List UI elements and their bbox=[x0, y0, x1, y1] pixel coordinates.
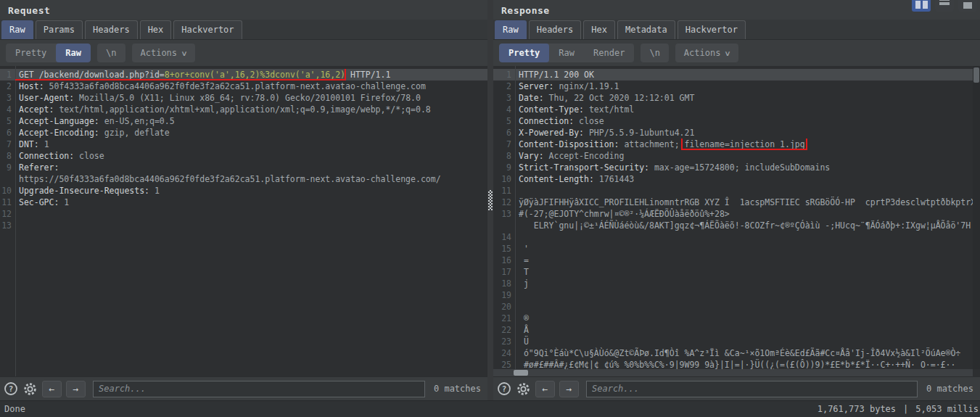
svg-text:?: ? bbox=[502, 384, 507, 394]
code-line[interactable]: 9Referer: bbox=[0, 162, 487, 173]
rows-layout-button[interactable] bbox=[935, 0, 954, 12]
code-line[interactable]: 5Connection: close bbox=[493, 115, 980, 127]
line-text: Date: Thu, 22 Oct 2020 12:12:01 GMT bbox=[515, 92, 980, 104]
panel-splitter[interactable] bbox=[487, 0, 493, 400]
search-input[interactable] bbox=[93, 381, 425, 397]
code-line[interactable]: 16 = bbox=[493, 255, 980, 266]
line-text bbox=[15, 208, 487, 220]
horizontal-scrollbar[interactable] bbox=[493, 369, 973, 376]
line-text bbox=[15, 220, 487, 231]
tab-params[interactable]: Params bbox=[36, 20, 83, 39]
actions-menu-button[interactable]: Actions ∨ bbox=[675, 44, 739, 62]
next-match-button[interactable]: → bbox=[559, 381, 579, 397]
splitter-drag-handle-icon[interactable] bbox=[488, 190, 493, 210]
line-text bbox=[515, 231, 980, 243]
code-line[interactable]: 2Server: nginx/1.19.1 bbox=[493, 80, 980, 92]
code-line[interactable]: 18 j bbox=[493, 278, 980, 289]
tab-hackvertor[interactable]: Hackvertor bbox=[173, 20, 242, 39]
code-line[interactable]: 7DNT: 1 bbox=[0, 139, 487, 150]
settings-gear-icon[interactable] bbox=[22, 381, 38, 397]
actions-label: Actions bbox=[684, 48, 721, 58]
request-code-lines: 1GET /backend/download.php?id=8+or+conv(… bbox=[0, 66, 487, 231]
code-line[interactable]: 12 bbox=[0, 208, 487, 220]
newline-toggle-button[interactable]: \n bbox=[641, 44, 668, 62]
code-line[interactable]: 17 T bbox=[493, 266, 980, 278]
response-time: 5,053 millis bbox=[915, 404, 979, 414]
code-line[interactable]: 13 bbox=[0, 220, 487, 231]
code-line[interactable]: 9Strict-Transport-Security: max-age=1572… bbox=[493, 162, 980, 173]
code-line[interactable]: 1HTTP/1.1 200 OK bbox=[493, 69, 980, 80]
newline-toggle-button[interactable]: \n bbox=[97, 44, 125, 62]
search-input[interactable] bbox=[586, 381, 918, 397]
code-line[interactable]: 21 ® bbox=[493, 313, 980, 324]
code-line[interactable]: 19 bbox=[493, 289, 980, 301]
view-render-button[interactable]: Render bbox=[584, 44, 634, 62]
code-line[interactable]: 3Date: Thu, 22 Oct 2020 12:12:01 GMT bbox=[493, 92, 980, 104]
code-line[interactable]: 13#(-27;@EJOTY^chmrw|¤©®²·¼ÁÆËÐÕÛàåëðöû%… bbox=[493, 208, 980, 220]
code-line[interactable]: 7Content-Disposition: attachment; filena… bbox=[493, 139, 980, 150]
horizontal-scrollbar-thumb[interactable] bbox=[514, 370, 528, 376]
tab-headers[interactable]: Headers bbox=[529, 20, 582, 39]
code-line[interactable]: 5Accept-Language: en-US,en;q=0.5 bbox=[0, 115, 487, 127]
line-number: 19 bbox=[493, 289, 515, 301]
code-line[interactable]: 1GET /backend/download.php?id=8+or+conv(… bbox=[0, 69, 487, 80]
code-line[interactable]: 4Content-Type: text/html bbox=[493, 104, 980, 115]
line-number: 10 bbox=[493, 173, 515, 185]
code-line[interactable]: 22 Å bbox=[493, 324, 980, 336]
line-number: 1 bbox=[0, 69, 15, 80]
code-line[interactable]: 11 bbox=[493, 185, 980, 197]
line-text: ÿØÿàJFIFHHÿâXICC_PROFILEHLinomntrRGB XYZ… bbox=[515, 197, 980, 208]
tab-metadata[interactable]: Metadata bbox=[617, 20, 675, 39]
code-line[interactable]: https://50f4333a6fa0d8bca4406a962f0fde3f… bbox=[0, 173, 487, 185]
code-line[interactable]: 14 bbox=[493, 231, 980, 243]
line-text: ELRY`gnu|¡©±¹ÁÉÑÙáéòù&/8AKT]gqz¢¬¶ÁËÕàëõ… bbox=[515, 220, 980, 231]
main-split-view: Request RawParamsHeadersHexHackvertor Pr… bbox=[0, 0, 980, 400]
vertical-scrollbar-thumb[interactable] bbox=[973, 67, 979, 83]
svg-text:?: ? bbox=[9, 384, 14, 394]
code-line[interactable]: 3User-Agent: Mozilla/5.0 (X11; Linux x86… bbox=[0, 92, 487, 104]
code-line[interactable]: 20 bbox=[493, 301, 980, 313]
tab-hex[interactable]: Hex bbox=[583, 20, 615, 39]
line-number: 6 bbox=[0, 127, 15, 139]
actions-menu-button[interactable]: Actions ∨ bbox=[132, 44, 196, 62]
help-icon[interactable]: ? bbox=[497, 381, 511, 396]
code-line[interactable]: 2Host: 50f4333a6fa0d8bca4406a962f0fde3f2… bbox=[0, 80, 487, 92]
line-number: 2 bbox=[493, 80, 515, 92]
next-match-button[interactable]: → bbox=[66, 381, 86, 397]
line-number: 20 bbox=[493, 301, 515, 313]
tab-raw[interactable]: Raw bbox=[1, 20, 33, 39]
code-line[interactable]: 12ÿØÿàJFIFHHÿâXICC_PROFILEHLinomntrRGB X… bbox=[493, 197, 980, 208]
columns-layout-button[interactable] bbox=[912, 0, 931, 12]
tab-hex[interactable]: Hex bbox=[140, 20, 172, 39]
request-editor[interactable]: 1GET /backend/download.php?id=8+or+conv(… bbox=[0, 66, 487, 376]
view-raw-button[interactable]: Raw bbox=[549, 44, 584, 62]
line-text: Accept: text/html,application/xhtml+xml,… bbox=[15, 104, 487, 115]
vertical-scrollbar[interactable] bbox=[973, 66, 980, 369]
tab-hackvertor[interactable]: Hackvertor bbox=[678, 20, 746, 39]
code-line[interactable]: 23 Ü bbox=[493, 336, 980, 347]
settings-gear-icon[interactable] bbox=[516, 381, 531, 397]
response-editor[interactable]: 1HTTP/1.1 200 OK2Server: nginx/1.19.13Da… bbox=[493, 66, 980, 376]
tab-raw[interactable]: Raw bbox=[495, 20, 527, 39]
single-pane-layout-button[interactable] bbox=[958, 0, 977, 12]
code-line[interactable]: 8Vary: Accept-Encoding bbox=[493, 150, 980, 162]
help-icon[interactable]: ? bbox=[4, 381, 18, 396]
code-line[interactable]: 10Content-Length: 1761443 bbox=[493, 173, 980, 185]
code-line[interactable]: 11Sec-GPC: 1 bbox=[0, 197, 487, 208]
line-number: 11 bbox=[0, 197, 15, 208]
view-raw-button[interactable]: Raw bbox=[56, 44, 91, 62]
code-line[interactable]: 8Connection: close bbox=[0, 150, 487, 162]
previous-match-button[interactable]: ← bbox=[535, 381, 555, 397]
code-line[interactable]: 24 ó"9Qi°Èáù*C\u§ÀÙó&@Zt©ÃÞø.Id¶Òî %A^z³… bbox=[493, 347, 980, 359]
view-pretty-button[interactable]: Pretty bbox=[499, 44, 549, 62]
code-line[interactable]: 10Upgrade-Insecure-Requests: 1 bbox=[0, 185, 487, 197]
code-line[interactable]: 6Accept-Encoding: gzip, deflate bbox=[0, 127, 487, 139]
line-number: 8 bbox=[493, 150, 515, 162]
view-pretty-button[interactable]: Pretty bbox=[6, 44, 56, 62]
tab-headers[interactable]: Headers bbox=[85, 20, 138, 39]
code-line[interactable]: 15 ' bbox=[493, 243, 980, 255]
code-line[interactable]: ELRY`gnu|¡©±¹ÁÉÑÙáéòù&/8AKT]gqz¢¬¶ÁËÕàëõ… bbox=[493, 220, 980, 231]
code-line[interactable]: 4Accept: text/html,application/xhtml+xml… bbox=[0, 104, 487, 115]
previous-match-button[interactable]: ← bbox=[42, 381, 62, 397]
code-line[interactable]: 6X-Powered-By: PHP/5.5.9-1ubuntu4.21 bbox=[493, 127, 980, 139]
